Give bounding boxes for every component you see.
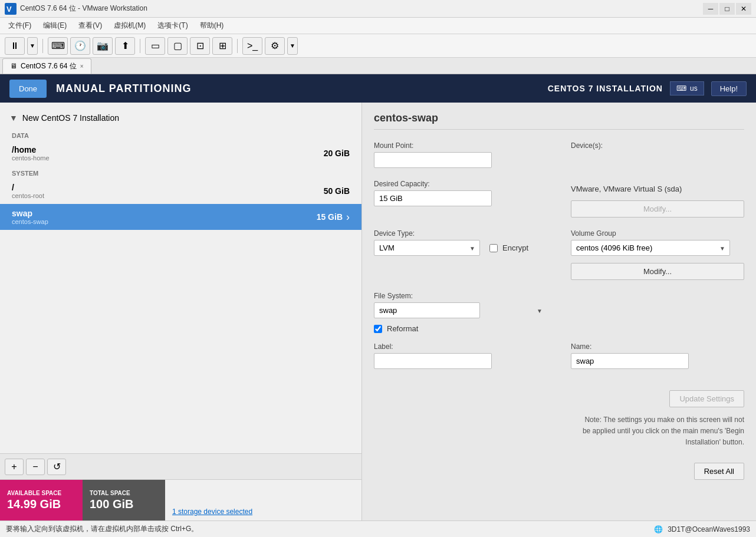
- label-input[interactable]: [374, 353, 492, 369]
- partition-item-home[interactable]: /home centos-home 20 GiB: [0, 140, 361, 166]
- expand-arrow-icon: ▼: [9, 113, 18, 123]
- space-bar: AVAILABLE SPACE 14.99 GiB TOTAL SPACE 10…: [0, 479, 361, 520]
- total-space-block: TOTAL SPACE 100 GiB: [83, 480, 165, 520]
- settings-dropdown[interactable]: ▼: [287, 37, 298, 55]
- tab-close-button[interactable]: ×: [80, 63, 84, 70]
- snapshot2-button[interactable]: 📷: [93, 37, 113, 55]
- partition-detail-title: centos-swap: [374, 112, 744, 130]
- device-info-text: VMware, VMware Virtual S (sda): [571, 185, 744, 193]
- new-install-header[interactable]: ▼ New CentOS 7 Installation: [0, 107, 361, 129]
- vm-tab[interactable]: 🖥 CentOS 7.6 64 位 ×: [2, 58, 91, 74]
- menu-view[interactable]: 查看(V): [73, 18, 108, 33]
- partition-info-root: / centos-root: [12, 183, 44, 199]
- device-type-select[interactable]: LVM Standard Partition BTRFS LVM Thin Pr…: [374, 240, 480, 256]
- partition-info-swap: swap centos-swap: [12, 209, 48, 225]
- desired-capacity-field: Desired Capacity:: [374, 180, 547, 218]
- close-button[interactable]: ✕: [736, 3, 751, 15]
- modify-vg-button[interactable]: Modify...: [571, 263, 744, 280]
- left-panel: ▼ New CentOS 7 Installation DATA /home c…: [0, 103, 362, 520]
- snapshot3-button[interactable]: ⬆: [115, 37, 135, 55]
- menu-file[interactable]: 文件(F): [2, 18, 37, 33]
- partition-item-swap[interactable]: swap centos-swap 15 GiB ›: [0, 204, 361, 230]
- keyboard-button[interactable]: ⌨ us: [670, 81, 704, 95]
- reformat-checkbox[interactable]: [374, 325, 382, 333]
- menubar: 文件(F) 编辑(E) 查看(V) 虚拟机(M) 选项卡(T) 帮助(H): [0, 18, 756, 34]
- total-space-label: TOTAL SPACE: [90, 489, 158, 498]
- label-name-row: Label: Name:: [374, 342, 744, 369]
- bottom-panel: + − ↺ AVAILABLE SPACE 14.99 GiB TOTAL SP…: [0, 453, 361, 520]
- done-button[interactable]: Done: [9, 80, 47, 98]
- minimize-button[interactable]: ─: [703, 3, 718, 15]
- svg-text:V: V: [6, 5, 12, 14]
- view4-button[interactable]: ⊞: [212, 37, 232, 55]
- modify-disabled-button[interactable]: Modify...: [571, 200, 744, 218]
- app-icon: V: [5, 3, 17, 15]
- add-partition-button[interactable]: +: [5, 459, 24, 475]
- menu-edit[interactable]: 编辑(E): [37, 18, 73, 33]
- encrypt-row: Encrypt: [489, 243, 528, 252]
- menu-tabs[interactable]: 选项卡(T): [152, 18, 193, 33]
- name-input[interactable]: [571, 353, 689, 369]
- available-space-block: AVAILABLE SPACE 14.99 GiB: [0, 480, 83, 520]
- pause-button[interactable]: ⏸: [5, 37, 25, 55]
- toolbar: ⏸ ▼ ⌨ 🕐 📷 ⬆ ▭ ▢ ⊡ ⊞ >_ ⚙ ▼: [0, 34, 756, 58]
- update-settings-button[interactable]: Update Settings: [669, 390, 744, 407]
- label-field: Label:: [374, 342, 547, 369]
- view1-button[interactable]: ▭: [145, 37, 165, 55]
- titlebar: V CentOS 7.6 64 位 - VMware Workstation ─…: [0, 0, 756, 18]
- settings-button[interactable]: ⚙: [265, 37, 285, 55]
- form-row-1: Mount Point: Device(s):: [374, 141, 744, 168]
- desired-capacity-label: Desired Capacity:: [374, 180, 547, 188]
- partition-toolbar: + − ↺: [0, 453, 361, 479]
- view2-button[interactable]: ▢: [167, 37, 188, 55]
- menu-vm[interactable]: 虚拟机(M): [108, 18, 152, 33]
- file-system-select[interactable]: swap ext4 ext3 xfs vfat: [374, 302, 480, 318]
- devices-field: Device(s):: [571, 141, 744, 168]
- refresh-button[interactable]: ↺: [47, 459, 66, 475]
- partition-info-home: /home centos-home: [12, 145, 50, 162]
- partition-sub-home: centos-home: [12, 154, 50, 162]
- data-group-header: DATA: [0, 129, 361, 140]
- terminal-button[interactable]: >_: [242, 37, 262, 55]
- tab-label: CentOS 7.6 64 位: [21, 61, 77, 71]
- centos-install-label: CENTOS 7 INSTALLATION: [548, 84, 663, 93]
- storage-device-link[interactable]: 1 storage device selected: [165, 480, 259, 520]
- partition-item-root[interactable]: / centos-root 50 GiB: [0, 178, 361, 204]
- window-title: CentOS 7.6 64 位 - VMware Workstation: [20, 4, 703, 14]
- reset-all-button[interactable]: Reset All: [694, 463, 744, 480]
- view3-button[interactable]: ⊡: [190, 37, 210, 55]
- right-panel: centos-swap Mount Point: Device(s): Desi…: [362, 103, 756, 520]
- snapshot-button[interactable]: 🕐: [70, 37, 90, 55]
- volume-group-row: centos (4096 KiB free): [571, 240, 744, 256]
- partition-list: ▼ New CentOS 7 Installation DATA /home c…: [0, 103, 361, 453]
- partition-size-home: 20 GiB: [324, 149, 350, 158]
- total-space-value: 100 GiB: [90, 498, 158, 511]
- devices-label: Device(s):: [571, 141, 744, 150]
- vg-select-wrapper: centos (4096 KiB free): [571, 240, 730, 256]
- statusbar-left-text: 要将输入定向到该虚拟机，请在虚拟机内部单击或按 Ctrl+G。: [6, 524, 198, 534]
- partition-size-swap: 15 GiB: [317, 212, 343, 222]
- device-type-select-wrapper: LVM Standard Partition BTRFS LVM Thin Pr…: [374, 240, 480, 256]
- menu-help[interactable]: 帮助(H): [194, 18, 230, 33]
- separator-1: [42, 39, 43, 53]
- available-space-value: 14.99 GiB: [7, 498, 75, 511]
- window-controls: ─ □ ✕: [703, 3, 751, 15]
- encrypt-checkbox[interactable]: [489, 244, 498, 252]
- remove-partition-button[interactable]: −: [26, 459, 45, 475]
- mount-point-input[interactable]: [374, 152, 492, 168]
- pause-dropdown[interactable]: ▼: [27, 37, 38, 55]
- right-placeholder: [571, 292, 744, 333]
- bottom-actions: Update Settings Note: The settings you m…: [374, 381, 744, 449]
- label-label: Label:: [374, 342, 547, 351]
- tab-icon: 🖥: [10, 62, 17, 70]
- divider-2: [374, 218, 744, 229]
- volume-group-select[interactable]: centos (4096 KiB free): [571, 240, 730, 256]
- desired-capacity-input[interactable]: [374, 190, 492, 206]
- partition-sub-root: centos-root: [12, 192, 44, 199]
- available-space-label: AVAILABLE SPACE: [7, 489, 75, 498]
- send-ctrl-alt-del[interactable]: ⌨: [48, 37, 68, 55]
- encrypt-label: Encrypt: [502, 243, 528, 252]
- restore-button[interactable]: □: [719, 3, 735, 15]
- help-button[interactable]: Help!: [711, 81, 747, 96]
- partition-name-root: /: [12, 183, 44, 192]
